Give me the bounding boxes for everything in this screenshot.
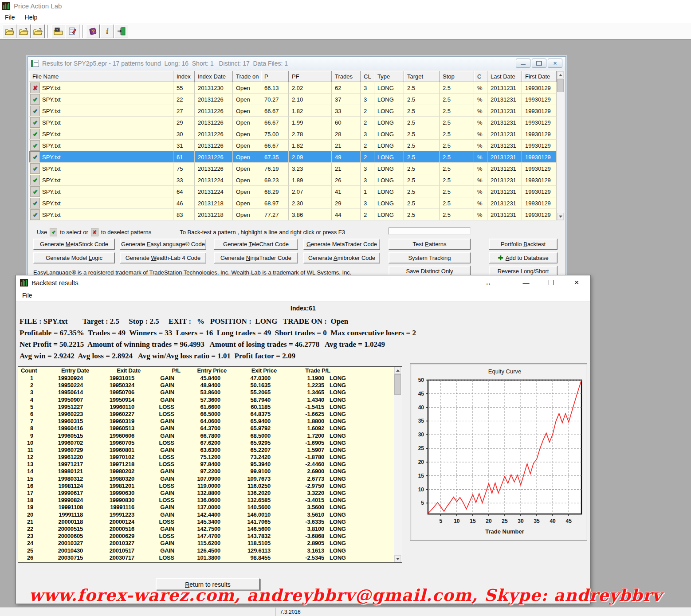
column-header[interactable]: Index Date [195, 71, 233, 82]
select-status-icon[interactable]: ✔ [30, 175, 40, 185]
open-file-button-2[interactable] [17, 24, 31, 38]
deselect-status-icon[interactable]: ✘ [30, 82, 40, 93]
table-row[interactable]: ✔SPY.txt6420131224Open68.292.07411LONG2.… [29, 186, 557, 197]
table-row[interactable]: ✔SPY.txt2920131226Open66.671.99602LONG2.… [29, 117, 557, 128]
scroll-up-button[interactable] [557, 71, 564, 78]
open-file-button-3[interactable] [31, 24, 45, 38]
minimize-button[interactable]: — [516, 275, 536, 290]
close-button[interactable]: × [567, 275, 586, 290]
select-status-icon[interactable]: ✔ [30, 209, 40, 220]
table-row[interactable]: ✔SPY.txt7520131226Open76.193.23213LONG2.… [29, 163, 557, 174]
select-status-icon[interactable]: ✔ [30, 140, 40, 151]
scroll-down-button[interactable] [394, 555, 401, 562]
trade-row[interactable]: 41995090719950914GAIN57.360058.79401.434… [18, 396, 394, 404]
close-button[interactable]: × [548, 59, 562, 68]
trade-row[interactable]: 51995122719960110LOSS61.660060.1185-1.54… [18, 404, 394, 411]
generate-telechart-button[interactable]: Generate TeleChart Code [214, 239, 298, 250]
trade-row[interactable]: 101996070219960705LOSS67.620065.9295-1.6… [18, 439, 394, 447]
column-header[interactable]: CL [361, 71, 374, 82]
add-data-button[interactable] [51, 24, 65, 38]
table-row[interactable]: ✔SPY.txt8320131218Open77.273.86442LONG2.… [29, 209, 557, 220]
menu-file[interactable]: File [22, 292, 32, 299]
table-row[interactable]: ✔SPY.txt3320131224Open69.231.89263LONG2.… [29, 174, 557, 186]
scroll-thumb[interactable] [557, 79, 564, 92]
table-row[interactable]: ✔SPY.txt4620131218Open68.972.30293LONG2.… [29, 197, 557, 209]
scroll-thumb[interactable] [394, 374, 401, 395]
column-header[interactable]: Type [374, 71, 404, 82]
results-titlebar[interactable]: Results for SPY2p5.epr - 17 patterns fou… [28, 57, 565, 70]
select-status-icon[interactable]: ✔ [30, 129, 40, 139]
column-header[interactable]: P [261, 71, 289, 82]
trade-row[interactable]: 181999082419990830LOSS136.0600132.6585-3… [18, 497, 394, 504]
trade-row[interactable]: 31995061419950706GAIN53.860055.20651.346… [18, 389, 394, 396]
maximize-button[interactable] [542, 275, 561, 290]
exit-button[interactable] [114, 24, 128, 38]
column-header[interactable]: C [474, 71, 487, 82]
menu-help[interactable]: Help [20, 12, 43, 22]
generate-wealthlab-button[interactable]: Generate Wealth-Lab 4 Code [120, 252, 206, 263]
trade-row[interactable]: 61996022319960227LOSS66.500064.8375-1.66… [18, 411, 394, 418]
test-patterns-button[interactable]: Test Patterns [389, 239, 471, 250]
scroll-down-button[interactable] [557, 213, 564, 220]
edit-notes-button[interactable] [66, 24, 79, 38]
column-header[interactable]: Trade on [233, 71, 261, 82]
column-header[interactable]: File Name [29, 71, 173, 82]
trade-row[interactable]: 201999111819991223GAIN142.4400146.00103.… [18, 511, 394, 518]
generate-easylanguage-button[interactable]: Generate EasyLanguage® Code [120, 239, 206, 250]
table-row[interactable]: ✔SPY.txt2220131226Open70.272.10373LONG2.… [29, 94, 557, 105]
column-header[interactable]: Trades [332, 71, 361, 82]
trade-row[interactable]: 232000060520000629LOSS147.4700143.7832-3… [18, 533, 394, 540]
help-button[interactable]: ? [86, 24, 100, 38]
trade-row[interactable]: 91996051519960606GAIN66.780068.50001.720… [18, 432, 394, 439]
results-scrollbar[interactable] [557, 71, 564, 220]
trade-row[interactable]: 81996041619960513GAIN64.370065.97921.609… [18, 425, 394, 432]
trade-row[interactable]: 171999061719990630GAIN132.8800136.20203.… [18, 490, 394, 497]
scroll-up-button[interactable] [394, 367, 401, 374]
select-status-icon[interactable]: ✔ [30, 163, 40, 174]
add-to-database-button[interactable]: ✚Add to Database [489, 252, 558, 263]
portfolio-backtest-button[interactable]: Portfolio Backtest [489, 239, 558, 250]
select-status-icon[interactable]: ✔ [30, 198, 40, 208]
trade-row[interactable]: 151998031219980320GAIN107.0900109.76732.… [18, 475, 394, 483]
column-header[interactable]: Last Date [487, 71, 522, 82]
column-header[interactable]: Stop [440, 71, 474, 82]
restore-button[interactable] [532, 59, 546, 68]
system-tracking-button[interactable]: System Tracking [389, 252, 471, 263]
trade-row[interactable]: 161998112419981201LOSS119.0000116.0250-2… [18, 483, 394, 490]
select-status-icon[interactable]: ✔ [30, 106, 40, 116]
backtest-titlebar[interactable]: Backtest results ↔ — × [16, 275, 590, 290]
trade-row[interactable]: 242001032720010327GAIN115.6200118.51052.… [18, 540, 394, 547]
trade-row[interactable]: 121996122019970102LOSS75.120073.2420-1.8… [18, 454, 394, 461]
generate-metastock-button[interactable]: Generate MetaStock Code [33, 239, 115, 250]
select-status-icon[interactable]: ✔ [30, 94, 40, 105]
trade-row[interactable]: 252001043020010517GAIN126.4500129.61133.… [18, 547, 394, 554]
select-status-icon[interactable]: ✔ [30, 117, 40, 128]
generate-amibroker-button[interactable]: Generate Amibroker Code [303, 252, 380, 263]
column-header[interactable]: Index [173, 71, 195, 82]
trade-row[interactable]: 111996072919960801GAIN63.630065.22071.59… [18, 447, 394, 454]
trade-row[interactable]: 71996031519960319GAIN64.060065.94001.880… [18, 418, 394, 425]
trade-row[interactable]: 131997121719971218LOSS97.840095.3940-2.4… [18, 461, 394, 468]
table-row[interactable]: ✔SPY.txt2720131226Open66.671.82332LONG2.… [29, 105, 557, 117]
info-button[interactable]: i [100, 24, 114, 38]
trade-list-scrollbar[interactable] [394, 367, 402, 562]
trade-row[interactable]: 21995022419950324GAIN48.940050.16351.223… [18, 382, 394, 389]
open-file-button-1[interactable] [3, 24, 16, 38]
trade-row[interactable]: 11993092419931015GAIN45.840047.03001.190… [18, 375, 394, 382]
trade-row[interactable]: 191999110819991116GAIN137.0000140.56003.… [18, 504, 394, 511]
generate-model-logic-button[interactable]: Generate Model Logic [33, 252, 115, 263]
minimize-button[interactable] [516, 59, 530, 68]
trade-row[interactable]: 262003071520030717LOSS101.380098.8455-2.… [18, 554, 394, 561]
trade-row[interactable]: 222000051520000516GAIN142.7500146.56003.… [18, 526, 394, 533]
table-row[interactable]: ✘SPY.txt5520131230Open66.132.02623LONG2.… [29, 82, 557, 94]
menu-file[interactable]: File [0, 12, 20, 22]
generate-ninjatrader-button[interactable]: Generate NinjaTrader Code [214, 252, 298, 263]
column-header[interactable]: First Date [522, 71, 557, 82]
trade-row[interactable]: 272003072220030801GAIN102.1400104.67132.… [18, 561, 394, 563]
select-status-icon[interactable]: ✔ [30, 186, 40, 197]
select-status-icon[interactable]: ✔ [30, 152, 40, 162]
resize-horizontal-button[interactable]: ↔ [479, 275, 498, 290]
trade-row[interactable]: 141998012119980202GAIN97.220099.91002.69… [18, 468, 394, 475]
table-row[interactable]: ✔SPY.txt6120131226Open67.352.09492LONG2.… [29, 151, 557, 163]
generate-metatrader-button[interactable]: Generate MetaTrader Code [303, 239, 380, 250]
